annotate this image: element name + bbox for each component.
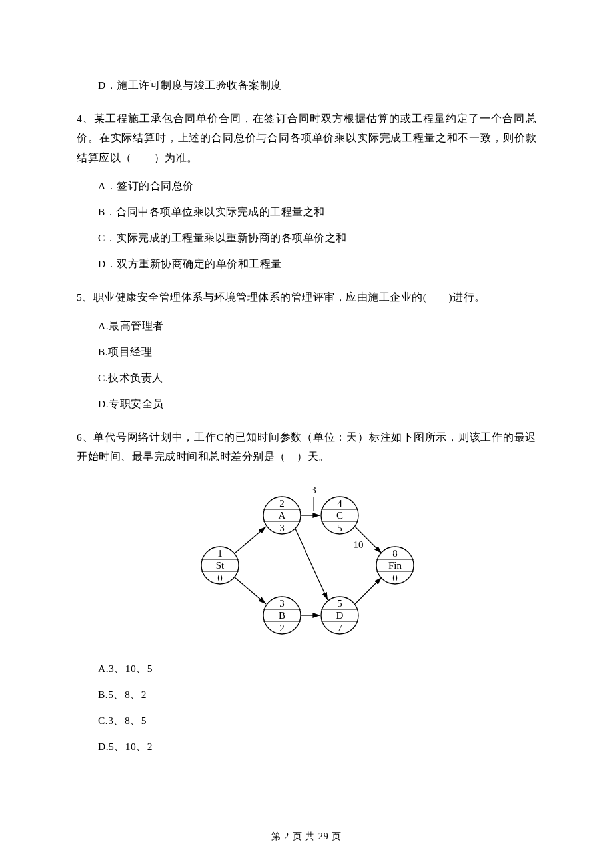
q6-option-b: B.5、8、2 xyxy=(98,688,536,702)
q5-stem: 5、职业健康安全管理体系与环境管理体系的管理评审，应由施工企业的( )进行。 xyxy=(77,287,536,307)
node-fin-bot: 0 xyxy=(392,573,398,583)
node-c-top: 4 xyxy=(337,498,342,509)
edge-st-b xyxy=(235,577,266,604)
node-d: 5 D 7 xyxy=(321,597,358,634)
node-b-bot: 2 xyxy=(279,623,285,633)
page: D．施工许可制度与竣工验收备案制度 4、某工程施工承包合同单价合同，在签订合同时… xyxy=(0,0,613,868)
q4-stem: 4、某工程施工承包合同单价合同，在签订合同时双方根据估算的或工程量约定了一个合同… xyxy=(77,109,536,167)
node-fin: 8 Fin 0 xyxy=(376,547,414,584)
node-b-mid: B xyxy=(279,610,285,621)
node-st-top: 1 xyxy=(217,548,223,559)
q6-option-d: D.5、10、2 xyxy=(98,740,536,754)
node-c-bot: 5 xyxy=(337,523,342,533)
node-st-bot: 0 xyxy=(217,573,223,583)
node-b-top: 3 xyxy=(279,598,285,609)
node-fin-top: 8 xyxy=(392,548,398,559)
node-st-mid: St xyxy=(216,560,225,571)
q3-option-d: D．施工许可制度与竣工验收备案制度 xyxy=(98,79,536,93)
q4-option-a: A．签订的合同总价 xyxy=(98,179,536,193)
q4-option-d: D．双方重新协商确定的单价和工程量 xyxy=(98,257,536,271)
q5-option-c: C.技术负责人 xyxy=(98,371,536,385)
node-a-top: 2 xyxy=(279,498,285,509)
q5-option-d: D.专职安全员 xyxy=(98,397,536,411)
q5-option-a: A.最高管理者 xyxy=(98,319,536,333)
edge-st-a xyxy=(235,527,266,553)
edge-d-fin xyxy=(355,577,382,604)
node-a-mid: A xyxy=(279,510,286,521)
node-c: 4 C 5 xyxy=(321,497,358,534)
network-diagram: 1 St 0 2 A 3 3 B 2 xyxy=(77,479,536,642)
q4-option-c: C．实际完成的工程量乘以重新协商的各项单价之和 xyxy=(98,231,536,245)
node-a-bot: 3 xyxy=(279,523,285,533)
q6-stem: 6、单代号网络计划中，工作C的已知时间参数（单位：天）标注如下图所示，则该工作的… xyxy=(77,427,536,467)
node-d-mid: D xyxy=(336,610,344,621)
page-footer: 第 2 页 共 29 页 xyxy=(0,831,613,843)
node-b: 3 B 2 xyxy=(263,597,301,634)
node-fin-mid: Fin xyxy=(388,560,402,571)
q6-option-a: A.3、10、5 xyxy=(98,662,536,676)
node-st: 1 St 0 xyxy=(201,547,239,584)
q5-option-b: B.项目经理 xyxy=(98,345,536,359)
node-c-mid: C xyxy=(336,510,343,521)
label-ten: 10 xyxy=(354,539,364,550)
node-a: 2 A 3 xyxy=(263,497,301,534)
label-three: 3 xyxy=(311,485,316,495)
node-d-bot: 7 xyxy=(337,623,342,633)
edge-a-d xyxy=(295,529,328,600)
q6-option-c: C.3、8、5 xyxy=(98,714,536,728)
network-svg: 1 St 0 2 A 3 3 B 2 xyxy=(197,479,416,642)
q4-option-b: B．合同中各项单位乘以实际完成的工程量之和 xyxy=(98,205,536,219)
node-d-top: 5 xyxy=(337,598,342,609)
